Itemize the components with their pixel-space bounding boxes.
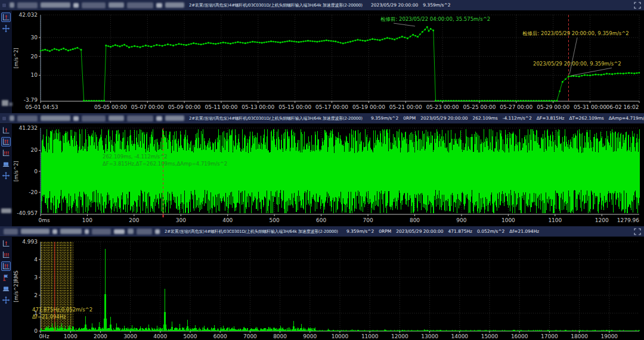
delta-amplitude: ΔAmp=4.719m/s^2 <box>609 116 644 121</box>
svg-text:9000: 9000 <box>303 333 317 339</box>
svg-text:300: 300 <box>176 217 186 223</box>
window-icon <box>2 117 6 120</box>
waveform-chart[interactable]: 0ms1002003004005006007008009001000110012… <box>12 124 644 226</box>
svg-text:[m/s^2]RMS: [m/s^2]RMS <box>13 270 19 302</box>
svg-text:12000: 12000 <box>391 333 408 339</box>
svg-text:检修后: 2023/05/29 20:00:00, 9.35: 检修后: 2023/05/29 20:00:00, 9.359m/s^2 <box>522 30 629 36</box>
svg-text:6000: 6000 <box>213 333 227 339</box>
svg-text:500: 500 <box>270 217 280 223</box>
svg-text:100: 100 <box>82 217 92 223</box>
cursor-time: 262.109ms <box>472 116 497 121</box>
svg-text:[m/s^2]: [m/s^2] <box>13 48 19 68</box>
svg-text:-40.957: -40.957 <box>17 210 38 216</box>
cursor-multi-icon[interactable] <box>1 250 11 260</box>
cursor-multi-icon[interactable] <box>1 148 11 158</box>
svg-text:42.032: 42.032 <box>19 12 38 18</box>
svg-text:17000: 17000 <box>541 333 558 339</box>
cursor-single-icon[interactable] <box>1 239 11 248</box>
spectrum-chart[interactable]: 0Hz1000200030004000500060007000800090001… <box>12 237 644 340</box>
svg-text:05-21 00:00: 05-21 00:00 <box>389 104 422 110</box>
expand-icon[interactable] <box>634 2 641 9</box>
redacted-text <box>2 100 8 106</box>
svg-text:19000: 19000 <box>600 333 618 339</box>
svg-text:15000: 15000 <box>481 333 499 339</box>
svg-text:1000: 1000 <box>64 333 78 339</box>
svg-text:10000: 10000 <box>332 333 349 339</box>
svg-text:1000: 1000 <box>501 217 515 223</box>
svg-text:0ms: 0ms <box>38 217 49 223</box>
redacted-text <box>10 2 184 8</box>
cursor-frequency: 471.875Hz <box>448 229 472 234</box>
waveform-panel: 2#装置/压缩/(高危泵)4#螺杆机/03C0301D/上机头阳螺杆输入端3H/… <box>0 113 644 226</box>
screen-icon[interactable] <box>1 284 11 294</box>
measurement-point-title: 2#装置/压缩/(高危泵)4#螺杆机/03C0301D/上机头阳螺杆输入端3H/… <box>189 2 363 8</box>
expand-icon[interactable] <box>634 228 641 235</box>
overall-value: 9.359m/s^2 <box>371 116 398 121</box>
rpm-value: 0RPM <box>379 229 391 234</box>
redacted-text <box>4 229 160 235</box>
svg-text:20: 20 <box>31 54 38 60</box>
svg-text:Δf=21.094Hz: Δf=21.094Hz <box>32 314 66 320</box>
svg-text:4: 4 <box>34 257 38 263</box>
cursor-single-icon[interactable] <box>1 13 11 22</box>
screen-icon[interactable] <box>1 160 11 169</box>
svg-text:2000: 2000 <box>94 333 107 339</box>
svg-text:200: 200 <box>129 217 139 223</box>
redacted-text <box>10 116 184 121</box>
measurement-point-title: 2#装置/压缩/(高危泵)4#螺杆机/03C0301D/上机头阳螺杆输入端3H/… <box>189 116 363 121</box>
svg-text:2: 2 <box>34 292 38 298</box>
delta-time: ΔT=262.109ms <box>569 116 603 121</box>
svg-text:700: 700 <box>363 217 373 223</box>
overall-value: 9.359m/s^2 <box>423 2 450 8</box>
spectrum-icon-toolbar <box>0 237 12 340</box>
window-icon <box>2 4 6 7</box>
cursor-double-icon[interactable] <box>1 261 11 271</box>
svg-text:18000: 18000 <box>571 333 588 339</box>
svg-text:800: 800 <box>410 217 420 223</box>
overall-value: 9.359m/s^2 <box>346 229 374 234</box>
cursor-amplitude: -4.112m/s^2 <box>503 116 532 121</box>
svg-text:5000: 5000 <box>184 333 197 339</box>
svg-text:400: 400 <box>222 217 233 223</box>
move-icon[interactable] <box>1 24 11 33</box>
svg-text:1200: 1200 <box>595 217 609 223</box>
svg-text:05-09 00:00: 05-09 00:00 <box>168 104 201 110</box>
svg-text:4.993: 4.993 <box>22 239 38 245</box>
svg-text:05-05 00:00: 05-05 00:00 <box>94 104 127 110</box>
svg-text:05-17 00:00: 05-17 00:00 <box>315 104 348 110</box>
cursor-single-icon[interactable] <box>1 126 11 135</box>
trend-panel: 2#装置/压缩/(高危泵)4#螺杆机/03C0301D/上机头阳螺杆输入端3H/… <box>0 0 644 113</box>
svg-text:05-23 00:00: 05-23 00:00 <box>426 104 459 110</box>
spectrum-panel: 2#装置/压缩/(高危泵)4#螺杆机/03C0301D/上机头阳螺杆输入端3H/… <box>0 226 644 340</box>
svg-text:262.109ms, -4.112m/s^2: 262.109ms, -4.112m/s^2 <box>103 154 168 160</box>
vibration-analysis-app: 2#装置/压缩/(高危泵)4#螺杆机/03C0301D/上机头阳螺杆输入端3H/… <box>0 0 644 340</box>
svg-text:8000: 8000 <box>273 333 287 339</box>
timestamp: 2023/05/29 20:00:00 <box>420 116 467 121</box>
svg-text:05-13 00:00: 05-13 00:00 <box>242 104 274 110</box>
timestamp: 2023/05/29 20:00:00 <box>371 2 418 8</box>
flag-icon[interactable] <box>1 273 11 282</box>
svg-text:05-11 00:00: 05-11 00:00 <box>205 104 238 110</box>
svg-text:05-29 00:00: 05-29 00:00 <box>537 104 569 110</box>
move-icon[interactable] <box>1 171 11 180</box>
trend-icon-toolbar <box>0 11 12 113</box>
svg-text:-3.79: -3.79 <box>24 97 38 103</box>
svg-text:05-01 04:53: 05-01 04:53 <box>26 104 58 110</box>
trend-chart[interactable]: 05-01 04:5305-05 00:0005-07 00:0005-09 0… <box>12 11 644 113</box>
svg-text:16000: 16000 <box>511 333 528 339</box>
svg-text:05-31 00:00: 05-31 00:00 <box>574 104 606 110</box>
svg-text:2023/05/29 20:00:00, 9.359m/s^: 2023/05/29 20:00:00, 9.359m/s^2 <box>533 61 621 67</box>
cursor-double-icon[interactable] <box>1 137 11 146</box>
svg-text:41.232: 41.232 <box>19 125 38 131</box>
svg-text:20: 20 <box>31 147 38 153</box>
cursor-amplitude: 0.052m/s^2 <box>477 229 504 234</box>
delta-frequency: ΔF=3.815Hz <box>537 116 565 121</box>
rpm-value: 0RPM <box>403 116 416 121</box>
svg-text:0: 0 <box>34 328 38 334</box>
svg-text:14000: 14000 <box>451 333 468 339</box>
svg-text:05-27 00:00: 05-27 00:00 <box>500 104 532 110</box>
svg-text:1279.96: 1279.96 <box>617 217 639 223</box>
svg-text:7000: 7000 <box>243 333 257 339</box>
move-icon[interactable] <box>1 295 11 305</box>
svg-text:13000: 13000 <box>421 333 438 339</box>
